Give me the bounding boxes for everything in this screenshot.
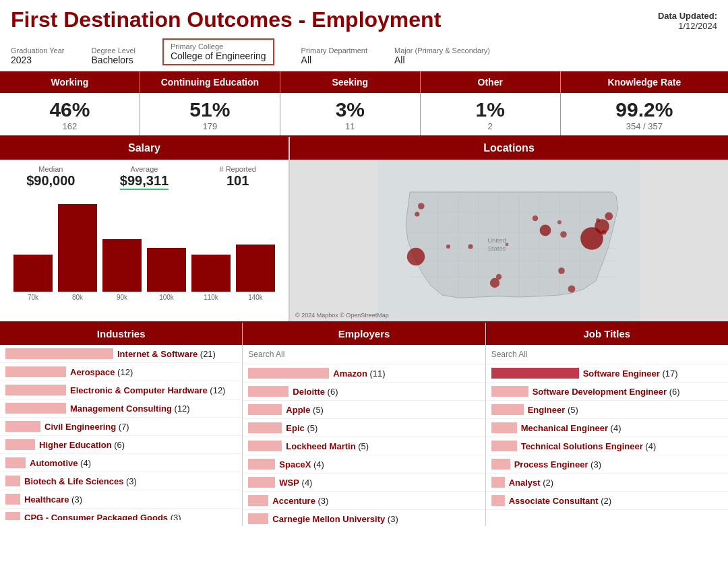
- page-title: First Destination Outcomes - Employment: [11, 8, 441, 32]
- filter-primary-department-label: Primary Department: [301, 46, 367, 55]
- stat-continuing-pct: 51%: [143, 98, 277, 121]
- svg-point-27: [568, 286, 576, 293]
- filter-major[interactable]: Major (Primary & Secondary) All: [394, 46, 490, 65]
- list-item: Accenture (3): [243, 492, 485, 510]
- job-titles-search-input[interactable]: [491, 348, 723, 360]
- list-item: Internet & Software (21): [0, 345, 242, 363]
- filter-row: Graduation Year 2023 Degree Level Bachel…: [0, 36, 728, 71]
- svg-text:States: States: [487, 245, 506, 252]
- stat-continuing-header: Continuing Education: [140, 71, 280, 93]
- industry-bar-2: [5, 385, 66, 395]
- list-item: Software Engineer (17): [486, 364, 728, 383]
- filter-degree-level-label: Degree Level: [92, 46, 135, 55]
- list-item: Epic (5): [243, 419, 485, 437]
- stat-seeking: Seeking 3% 11: [280, 71, 421, 135]
- employer-label-8: Carnegie Mellon University (3): [272, 514, 398, 524]
- employer-label-5: SpaceX (4): [279, 459, 324, 470]
- list-item: Civil Engineering (7): [0, 418, 242, 436]
- filter-primary-department[interactable]: Primary Department All: [301, 46, 367, 65]
- job-titles-list: Software Engineer (17) Software Developm…: [486, 364, 728, 510]
- salary-median: Median $90,000: [11, 165, 91, 190]
- employer-label-3: Epic (5): [286, 423, 317, 433]
- industry-label-6: Automotive (4): [30, 458, 91, 468]
- stat-seeking-pct: 3%: [283, 98, 417, 121]
- industry-label-9: CPG - Consumer Packaged Goods (3): [24, 513, 181, 521]
- filter-major-value: All: [394, 55, 490, 65]
- job-label-3: Mechanical Engineer (4): [521, 423, 621, 433]
- filter-graduation-year[interactable]: Graduation Year 2023: [11, 46, 65, 65]
- bar-col-140k: 140k: [236, 245, 275, 301]
- stat-seeking-count: 11: [283, 121, 417, 131]
- employer-label-7: Accenture (3): [272, 496, 328, 506]
- stat-knowledge-rate-fraction: 354 / 357: [564, 121, 725, 131]
- list-item: Associate Consultant (2): [486, 492, 728, 510]
- industries-section: Industries Internet & Software (21) Aero…: [0, 323, 243, 526]
- job-titles-search-row[interactable]: [486, 345, 728, 364]
- filter-graduation-year-label: Graduation Year: [11, 46, 65, 55]
- job-label-1: Software Development Engineer (6): [533, 387, 680, 397]
- salary-bar-chart: 70k 80k 90k 100k 110k 140k: [0, 193, 289, 304]
- svg-point-32: [468, 245, 473, 249]
- filter-graduation-year-value: 2023: [11, 55, 65, 65]
- filter-major-label: Major (Primary & Secondary): [394, 46, 490, 55]
- svg-point-28: [558, 267, 565, 274]
- stat-other-count: 2: [423, 121, 557, 131]
- stats-row: Working 46% 162 Continuing Education 51%…: [0, 71, 728, 137]
- stat-other: Other 1% 2: [421, 71, 561, 135]
- list-item: Electronic & Computer Hardware (12): [0, 381, 242, 399]
- industry-label-5: Higher Education (6): [39, 440, 125, 450]
- bar-80k: [58, 204, 97, 292]
- job-label-2: Engineer (5): [528, 405, 578, 415]
- industry-label-7: Biotech & Life Sciences (3): [24, 476, 137, 486]
- job-label-0: Software Engineer (17): [583, 368, 678, 379]
- svg-point-18: [446, 245, 450, 249]
- industry-label-4: Civil Engineering (7): [44, 422, 129, 432]
- list-item: Aerospace (12): [0, 363, 242, 381]
- stat-continuing-count: 179: [143, 121, 277, 131]
- stat-knowledge-rate-header: Knowledge Rate: [561, 71, 728, 93]
- svg-point-29: [596, 218, 600, 222]
- bar-col-70k: 70k: [13, 255, 53, 301]
- job-label-7: Associate Consultant (2): [509, 496, 611, 506]
- svg-point-22: [533, 216, 538, 221]
- employers-search-input[interactable]: [248, 348, 479, 360]
- stat-knowledge-rate-pct: 99.2%: [564, 98, 725, 121]
- page-header: First Destination Outcomes - Employment …: [0, 0, 728, 36]
- employer-label-0: Amazon (11): [333, 368, 385, 379]
- job-label-4: Technical Solutions Engineer (4): [521, 441, 657, 451]
- filter-primary-college[interactable]: Primary College College of Engineering: [162, 38, 274, 65]
- employers-section: Employers Amazon (11) Deloitte (6) Apple…: [243, 323, 485, 526]
- bottom-row: Industries Internet & Software (21) Aero…: [0, 323, 728, 526]
- bar-label-140k: 140k: [248, 294, 263, 301]
- svg-point-31: [418, 203, 425, 209]
- salary-reported: # Reported 101: [198, 165, 278, 190]
- industry-label-1: Aerospace (12): [70, 367, 133, 377]
- map-container: United States: [290, 160, 728, 321]
- stat-other-pct: 1%: [423, 98, 557, 121]
- filter-degree-level-value: Bachelors: [92, 55, 135, 65]
- bar-label-70k: 70k: [28, 294, 38, 301]
- industry-bar-3: [5, 403, 66, 414]
- industry-bar-8: [5, 494, 20, 505]
- stat-other-header: Other: [421, 71, 560, 93]
- industry-label-2: Electronic & Computer Hardware (12): [70, 385, 225, 395]
- employers-search-row[interactable]: [243, 345, 485, 364]
- industry-label-0: Internet & Software (21): [117, 349, 216, 359]
- filter-degree-level[interactable]: Degree Level Bachelors: [92, 46, 135, 65]
- salary-average-value: $99,311: [120, 173, 169, 190]
- job-label-5: Process Engineer (3): [514, 459, 601, 470]
- bar-col-90k: 90k: [102, 239, 142, 301]
- us-map-svg: United States: [290, 160, 728, 321]
- svg-point-23: [560, 231, 567, 238]
- list-item: Software Development Engineer (6): [486, 383, 728, 401]
- svg-point-16: [407, 248, 425, 265]
- industry-bar-9: [5, 512, 20, 520]
- svg-point-21: [540, 225, 551, 236]
- map-credit: © 2024 Mapbox © OpenStreetMap: [295, 312, 389, 319]
- svg-point-26: [605, 212, 613, 220]
- salary-metrics: Median $90,000 Average $99,311 # Reporte…: [0, 160, 289, 193]
- industry-label-8: Healthcare (3): [24, 494, 82, 505]
- stat-working: Working 46% 162: [0, 71, 140, 135]
- industry-bar-0: [5, 348, 113, 359]
- list-item: Mechanical Engineer (4): [486, 419, 728, 437]
